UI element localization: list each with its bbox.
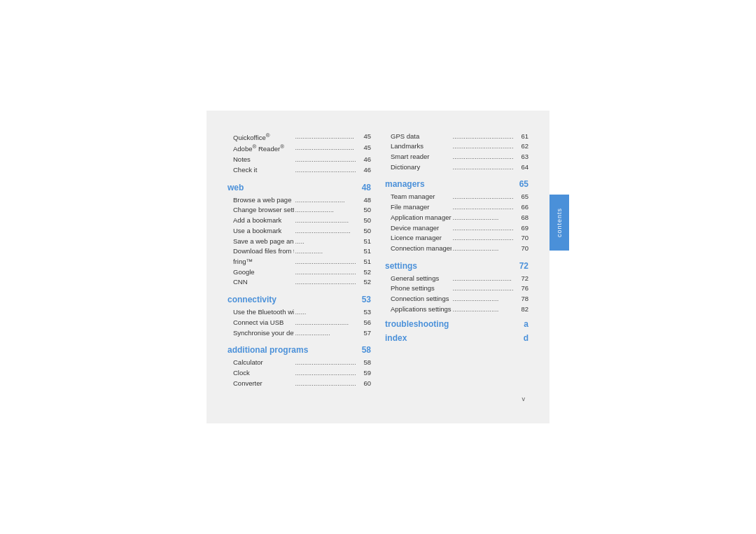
list-item: Notes ................................. … <box>227 155 371 165</box>
list-item: Landmarks ..............................… <box>385 141 528 152</box>
list-item: Connection settings ....................… <box>385 294 528 304</box>
right-column: GPS data ...............................… <box>385 132 528 389</box>
troubleshooting-row: troubleshooting a <box>385 319 528 329</box>
toc-two-col: Quickoffice® ...........................… <box>227 132 528 389</box>
right-top-items: GPS data ...............................… <box>385 132 528 173</box>
section-header-connectivity: connectivity 53 <box>227 295 371 304</box>
list-item: Clock ..................................… <box>227 368 371 379</box>
list-item: Change browser settings ................… <box>227 205 371 216</box>
list-item: Device manager .........................… <box>385 223 528 234</box>
list-item: Phone settings .........................… <box>385 283 528 294</box>
left-column: Quickoffice® ...........................… <box>227 132 371 389</box>
list-item: Download files from the web ............… <box>227 246 371 257</box>
list-item: Use the Bluetooth wireless feature .....… <box>227 307 371 318</box>
list-item: Team manager ...........................… <box>385 192 528 202</box>
list-item: Applications settings ..................… <box>385 304 528 315</box>
list-item: Calculator .............................… <box>227 358 371 368</box>
list-item: File manager ...........................… <box>385 202 528 213</box>
section-header-additional-programs: additional programs 58 <box>227 345 371 355</box>
list-item: Converter ..............................… <box>227 379 371 389</box>
list-item: Add a bookmark .........................… <box>227 216 371 226</box>
troubleshooting-label: troubleshooting <box>385 319 449 329</box>
list-item: Check it ...............................… <box>227 165 371 176</box>
page-container: contents Quickoffice® ..................… <box>206 111 550 424</box>
list-item: Save a web page and view it offline ....… <box>227 237 371 247</box>
list-item: Connection manager .....................… <box>385 244 528 254</box>
list-item: CNN ....................................… <box>227 277 371 288</box>
list-item: Licence manager ........................… <box>385 233 528 244</box>
list-item: Use a bookmark .........................… <box>227 226 371 237</box>
section-header-settings: settings 72 <box>385 261 528 271</box>
list-item: Application manager ....................… <box>385 213 528 223</box>
troubleshooting-page: a <box>524 319 528 329</box>
list-item: Smart reader ...........................… <box>385 152 528 162</box>
list-item: Browse a web page ......................… <box>227 195 371 206</box>
index-row: index d <box>385 333 528 343</box>
list-item: fring™ .................................… <box>227 257 371 267</box>
page-bottom: v <box>227 395 528 402</box>
contents-tab: contents <box>550 195 569 251</box>
index-page: d <box>524 333 528 343</box>
list-item: Connect via USB ........................… <box>227 318 371 328</box>
left-top-items: Quickoffice® ...........................… <box>227 132 371 176</box>
section-header-web: web 48 <box>227 183 371 192</box>
side-tab-label: contents <box>556 208 563 237</box>
list-item: Google .................................… <box>227 267 371 278</box>
list-item: Dictionary .............................… <box>385 162 528 173</box>
list-item: Adobe® Reader® .........................… <box>227 143 371 155</box>
list-item: GPS data ...............................… <box>385 132 528 142</box>
index-label: index <box>385 333 407 343</box>
list-item: Quickoffice® ...........................… <box>227 132 371 143</box>
section-header-managers: managers 65 <box>385 179 528 189</box>
list-item: Synchronise your device ................… <box>227 328 371 339</box>
list-item: General settings .......................… <box>385 274 528 284</box>
bottom-page-number: v <box>522 395 526 402</box>
